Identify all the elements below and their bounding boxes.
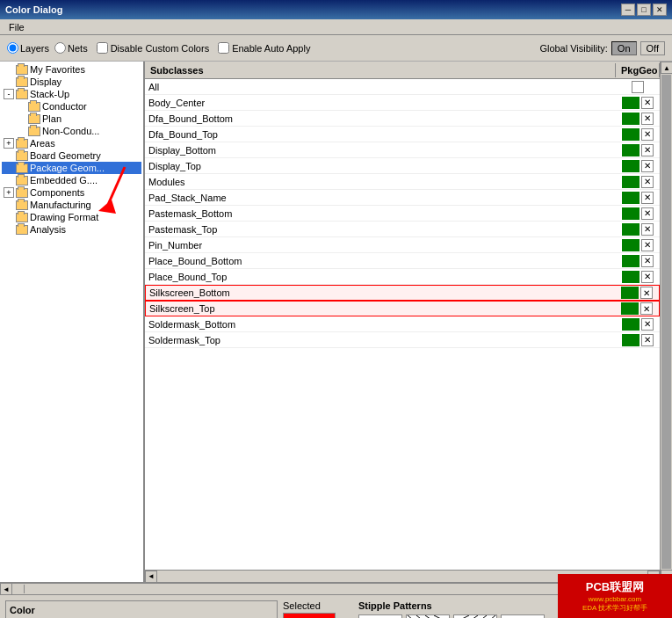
subclass-row[interactable]: Pin_Number✕ xyxy=(145,237,660,253)
subclass-name: Dfa_Bound_Bottom xyxy=(145,113,616,125)
tree-item-label: My Favorites xyxy=(30,64,85,75)
subclass-row[interactable]: Dfa_Bound_Bottom✕ xyxy=(145,111,660,127)
subclass-color-swatch[interactable] xyxy=(621,302,639,315)
subclass-color-swatch[interactable] xyxy=(622,271,639,283)
subclass-row[interactable]: Soldermask_Bottom✕ xyxy=(145,316,660,332)
h-scroll-left[interactable]: ◄ xyxy=(0,583,12,595)
layers-radio[interactable] xyxy=(7,42,18,54)
subclass-header: Subclasses PkgGeo xyxy=(145,62,660,79)
subclass-color-swatch[interactable] xyxy=(622,334,639,346)
tree-item[interactable]: Manufacturing xyxy=(2,199,141,211)
subclass-color-swatch[interactable] xyxy=(622,97,639,109)
enable-auto-apply-checkbox[interactable] xyxy=(218,42,229,54)
folder-icon xyxy=(16,65,28,75)
subclass-checkbox[interactable]: ✕ xyxy=(640,287,653,299)
tree-item[interactable]: Display xyxy=(2,76,141,88)
disable-custom-colors-checkbox[interactable] xyxy=(97,42,108,54)
scroll-up-btn[interactable]: ▲ xyxy=(661,62,672,74)
subclass-checkbox[interactable]: ✕ xyxy=(641,128,654,141)
subclass-name: Pastemask_Bottom xyxy=(145,207,616,220)
subclass-row[interactable]: All xyxy=(145,79,660,95)
disable-custom-colors-label[interactable]: Disable Custom Colors xyxy=(97,42,209,54)
subclass-checkbox[interactable]: ✕ xyxy=(641,113,654,125)
subclass-color-swatch[interactable] xyxy=(622,239,639,251)
subclass-row[interactable]: Display_Bottom✕ xyxy=(145,142,660,158)
subclass-checkbox[interactable]: ✕ xyxy=(641,144,654,156)
subclass-row[interactable]: Place_Bound_Top✕ xyxy=(145,269,660,285)
stipple-cell[interactable] xyxy=(358,614,402,618)
subclass-checkbox[interactable]: ✕ xyxy=(641,271,654,283)
subclass-check-cell: ✕ xyxy=(616,160,660,172)
subclass-checkbox[interactable]: ✕ xyxy=(641,223,654,236)
subclass-color-swatch[interactable] xyxy=(622,113,639,125)
tree-item[interactable]: Non-Condu... xyxy=(2,125,141,137)
stipple-cell[interactable] xyxy=(406,614,450,618)
visibility-on-button[interactable]: On xyxy=(611,41,637,55)
tree-item[interactable]: My Favorites xyxy=(2,63,141,76)
subclass-row[interactable]: Pad_Stack_Name✕ xyxy=(145,190,660,206)
expand-icon[interactable]: - xyxy=(4,89,14,99)
subclass-color-swatch[interactable] xyxy=(622,255,639,267)
right-scrollbar[interactable]: ▲ ▼ xyxy=(660,62,672,582)
subclass-row[interactable]: Display_Top✕ xyxy=(145,158,660,174)
tree-item[interactable]: Package Geom... xyxy=(2,162,141,174)
subclass-color-swatch[interactable] xyxy=(621,287,639,299)
subclass-color-swatch[interactable] xyxy=(622,128,639,141)
stipple-cell[interactable] xyxy=(501,614,545,618)
subclass-color-swatch[interactable] xyxy=(622,144,639,156)
subclass-check-cell: ✕ xyxy=(616,113,660,125)
tree-item[interactable]: Board Geometry xyxy=(2,149,141,162)
tree-item[interactable]: Embedded G.... xyxy=(2,174,141,186)
subclass-color-swatch[interactable] xyxy=(622,192,639,204)
subclass-color-swatch[interactable] xyxy=(622,176,639,188)
nets-radio[interactable] xyxy=(54,42,66,54)
subclass-row[interactable]: Dfa_Bound_Top✕ xyxy=(145,127,660,142)
layers-radio-label[interactable]: Layers xyxy=(7,42,49,54)
subclass-scroll[interactable]: AllBody_Center✕Dfa_Bound_Bottom✕Dfa_Boun… xyxy=(145,79,660,570)
subclass-color-swatch[interactable] xyxy=(622,318,639,331)
maximize-button[interactable]: □ xyxy=(637,4,651,16)
subclass-checkbox[interactable]: ✕ xyxy=(641,207,654,220)
subclass-checkbox[interactable]: ✕ xyxy=(641,97,654,109)
subclass-checkbox[interactable]: ✕ xyxy=(640,302,653,315)
tree-item[interactable]: Analysis xyxy=(2,223,141,236)
tree-item[interactable]: +Areas xyxy=(2,137,141,149)
tree-item[interactable]: Drawing Format xyxy=(2,211,141,223)
expand-icon[interactable]: + xyxy=(4,187,14,198)
subclass-checkbox[interactable]: ✕ xyxy=(641,239,654,251)
stipple-cell[interactable] xyxy=(453,614,497,618)
subclass-checkbox[interactable]: ✕ xyxy=(641,318,654,331)
tree-item[interactable]: +Components xyxy=(2,186,141,199)
subclass-row[interactable]: Modules✕ xyxy=(145,174,660,190)
subclass-color-swatch[interactable] xyxy=(622,223,639,236)
subclass-checkbox[interactable]: ✕ xyxy=(641,334,654,346)
subclass-row[interactable]: Place_Bound_Bottom✕ xyxy=(145,253,660,269)
visibility-off-button[interactable]: Off xyxy=(640,41,665,55)
subclass-row[interactable]: Soldermask_Top✕ xyxy=(145,332,660,348)
subclass-checkbox[interactable]: ✕ xyxy=(641,176,654,188)
subclass-color-swatch[interactable] xyxy=(622,207,639,220)
window-title: Color Dialog xyxy=(5,4,62,15)
tree-item[interactable]: Plan xyxy=(2,113,141,125)
subclass-row[interactable]: Silkscreen_Top✕ xyxy=(145,301,660,316)
scroll-left-btn[interactable]: ◄ xyxy=(145,571,157,583)
close-button[interactable]: ✕ xyxy=(653,4,667,16)
minimize-button[interactable]: ─ xyxy=(621,4,635,16)
subclass-row[interactable]: Pastemask_Bottom✕ xyxy=(145,206,660,222)
subclass-color-swatch[interactable] xyxy=(622,160,639,172)
subclass-checkbox[interactable]: ✕ xyxy=(641,255,654,267)
expand-icon[interactable]: + xyxy=(4,138,14,149)
scroll-thumb[interactable] xyxy=(661,75,671,569)
subclass-checkbox[interactable] xyxy=(632,81,644,93)
subclass-checkbox[interactable]: ✕ xyxy=(641,160,654,172)
subclass-checkbox[interactable]: ✕ xyxy=(641,192,654,204)
tree-item[interactable]: Conductor xyxy=(2,100,141,113)
enable-auto-apply-label[interactable]: Enable Auto Apply xyxy=(218,42,310,54)
tree-item[interactable]: -Stack-Up xyxy=(2,88,141,100)
file-menu[interactable]: File xyxy=(4,21,30,33)
subclass-row[interactable]: Silkscreen_Bottom✕ xyxy=(145,285,660,301)
h-scroll-track[interactable] xyxy=(25,585,635,593)
subclass-row[interactable]: Pastemask_Top✕ xyxy=(145,222,660,237)
nets-radio-label[interactable]: Nets xyxy=(54,42,88,54)
subclass-row[interactable]: Body_Center✕ xyxy=(145,95,660,111)
